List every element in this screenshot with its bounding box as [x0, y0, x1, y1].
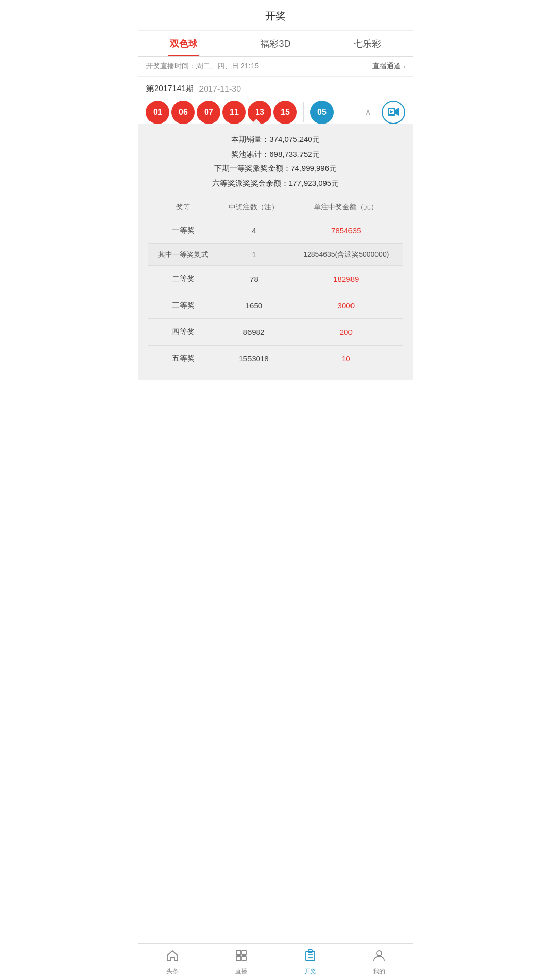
issue-date: 2017-11-30: [199, 85, 241, 94]
summary-info: 本期销量：374,075,240元 奖池累计：698,733,752元 下期一等…: [148, 132, 403, 190]
prize-level-5: 五等奖: [148, 346, 218, 372]
prize-amount-0: 7854635: [289, 217, 403, 244]
video-icon: [388, 107, 399, 118]
prize-count-5: 1553018: [218, 346, 289, 372]
red-ball-1: 01: [146, 101, 169, 124]
blue-ball-1: 05: [310, 101, 334, 124]
prize-table: 奖等 中奖注数（注） 单注中奖金额（元） 一等奖 4 7854635 其中一等奖…: [148, 198, 403, 372]
broadcast-time: 开奖直播时间：周二、四、日 21:15: [146, 62, 259, 71]
page-title: 开奖: [138, 0, 413, 31]
broadcast-bar: 开奖直播时间：周二、四、日 21:15 直播通道 ›: [138, 57, 413, 77]
prize-amount-5: 10: [289, 346, 403, 372]
detail-panel: 本期销量：374,075,240元 奖池累计：698,733,752元 下期一等…: [138, 124, 413, 380]
summary-line4: 六等奖派奖奖金余额：177,923,095元: [148, 176, 403, 191]
prize-amount-1: 12854635(含派奖5000000): [289, 244, 403, 266]
prize-count-2: 78: [218, 266, 289, 292]
prize-level-3: 三等奖: [148, 292, 218, 319]
red-ball-6: 15: [273, 101, 297, 124]
tab-qilecai[interactable]: 七乐彩: [321, 31, 413, 56]
collapse-button[interactable]: ∧: [359, 104, 377, 121]
col-header-amount: 单注中奖金额（元）: [289, 198, 403, 217]
prize-count-3: 1650: [218, 292, 289, 319]
prize-count-4: 86982: [218, 319, 289, 346]
chevron-right-icon: ›: [403, 63, 405, 70]
red-ball-4: 11: [222, 101, 246, 124]
red-ball-3: 07: [197, 101, 220, 124]
issue-header: 第2017141期 2017-11-30: [146, 84, 405, 94]
chevron-up-icon: ∧: [365, 107, 371, 118]
summary-line1: 本期销量：374,075,240元: [148, 132, 403, 147]
prize-amount-2: 182989: [289, 266, 403, 292]
broadcast-channel-link[interactable]: 直播通道 ›: [372, 62, 405, 71]
prize-count-1: 1: [218, 244, 289, 266]
prize-level-4: 四等奖: [148, 319, 218, 346]
video-button[interactable]: [382, 101, 405, 124]
summary-line3: 下期一等奖派奖金额：74,999,996元: [148, 161, 403, 176]
prize-count-0: 4: [218, 217, 289, 244]
prize-level-0: 一等奖: [148, 217, 218, 244]
red-ball-2: 06: [171, 101, 195, 124]
prize-level-1: 其中一等奖复式: [148, 244, 218, 266]
lottery-tabs: 双色球 福彩3D 七乐彩: [138, 31, 413, 57]
prize-amount-3: 3000: [289, 292, 403, 319]
prize-level-2: 二等奖: [148, 266, 218, 292]
issue-number: 第2017141期: [146, 84, 194, 94]
numbers-row: 01 06 07 11 13 15 05 ∧: [146, 101, 405, 124]
col-header-count: 中奖注数（注）: [218, 198, 289, 217]
summary-line2: 奖池累计：698,733,752元: [148, 147, 403, 162]
tab-fucai3d[interactable]: 福彩3D: [230, 31, 321, 56]
ball-divider: [303, 102, 304, 122]
svg-marker-1: [395, 108, 399, 116]
issue-section: 第2017141期 2017-11-30 01 06 07 11 13 15 0…: [138, 77, 413, 124]
prize-amount-4: 200: [289, 319, 403, 346]
col-header-level: 奖等: [148, 198, 218, 217]
tab-shuangseqiu[interactable]: 双色球: [138, 31, 230, 56]
